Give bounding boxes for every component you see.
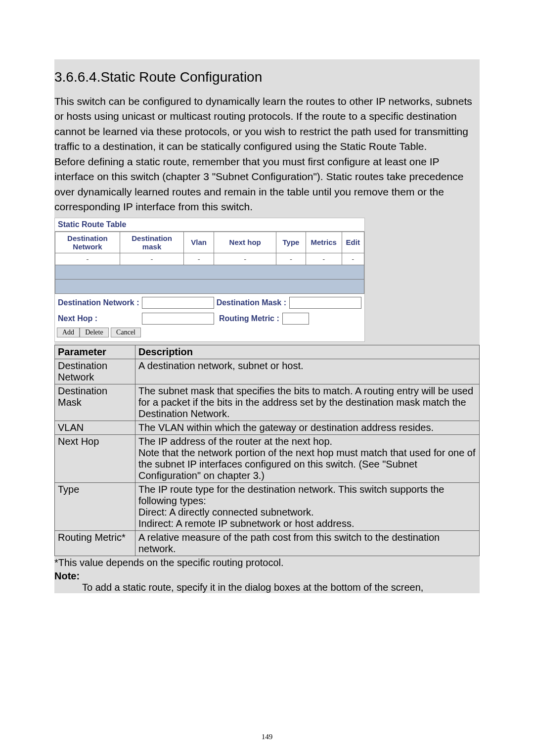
- intro-paragraph-1: This switch can be configured to dynamic…: [54, 94, 480, 154]
- param-header-parameter: Parameter: [55, 345, 135, 359]
- section-heading: 3.6.6.4.Static Route Configuration: [54, 69, 480, 85]
- label-routing-metric: Routing Metric :: [219, 314, 279, 323]
- label-next-hop: Next Hop :: [58, 314, 139, 323]
- note-label: Note:: [54, 570, 480, 582]
- col-destination-network: Destination Network: [55, 232, 120, 253]
- table-row: Type The IP route type for the destinati…: [55, 482, 480, 530]
- delete-button[interactable]: Delete: [80, 328, 109, 337]
- table-row: Routing Metric* A relative measure of th…: [55, 530, 480, 556]
- table-row: -------: [55, 253, 364, 265]
- parameter-table: Parameter Description Destination Networ…: [54, 345, 480, 556]
- col-next-hop: Next hop: [214, 232, 276, 253]
- col-vlan: Vlan: [184, 232, 214, 253]
- destination-network-input[interactable]: [142, 297, 214, 309]
- col-destination-mask: Destination mask: [120, 232, 183, 253]
- table-row: Destination Network A destination networ…: [55, 359, 480, 384]
- footnote: *This value depends on the specific rout…: [54, 557, 480, 568]
- intro-paragraph-2: Before defining a static route, remember…: [54, 154, 480, 215]
- table-spacer: [55, 279, 364, 293]
- param-header-description: Description: [135, 345, 480, 359]
- static-route-table: Destination Network Destination mask Vla…: [55, 232, 364, 294]
- table-row: Next Hop The IP address of the router at…: [55, 434, 480, 482]
- static-route-table-title: Static Route Table: [55, 218, 364, 232]
- col-type: Type: [276, 232, 306, 253]
- cancel-button[interactable]: Cancel: [111, 328, 141, 337]
- static-route-table-panel: Static Route Table Destination Network D…: [54, 218, 365, 342]
- col-metrics: Metrics: [306, 232, 342, 253]
- label-destination-mask: Destination Mask :: [217, 298, 286, 307]
- routing-metric-input[interactable]: [282, 313, 309, 325]
- label-destination-network: Destination Network :: [58, 298, 139, 307]
- next-hop-input[interactable]: [142, 313, 214, 325]
- col-edit: Edit: [342, 232, 364, 253]
- page-number: 149: [0, 733, 534, 741]
- destination-mask-input[interactable]: [289, 297, 361, 309]
- table-row: Destination Mask The subnet mask that sp…: [55, 384, 480, 421]
- note-body: To add a static route, specify it in the…: [82, 582, 480, 593]
- add-button[interactable]: Add: [57, 328, 80, 337]
- table-spacer: [55, 265, 364, 279]
- table-row: VLAN The VLAN within which the gateway o…: [55, 421, 480, 434]
